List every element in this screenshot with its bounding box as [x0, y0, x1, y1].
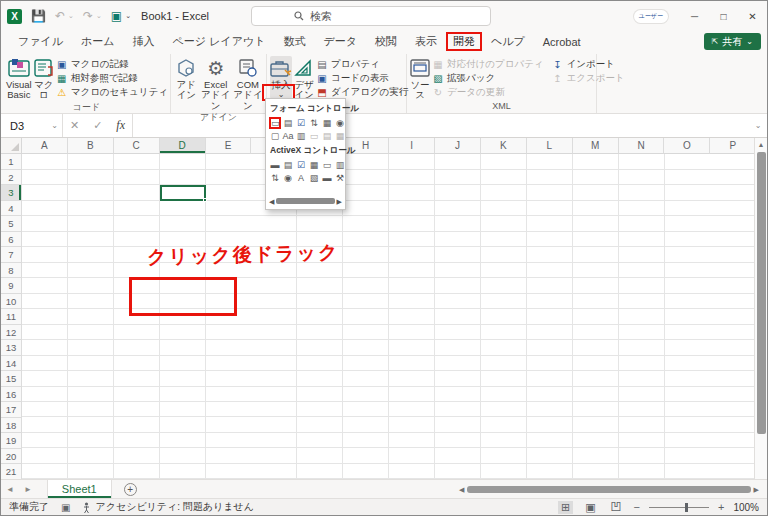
tab-ホーム[interactable]: ホーム	[72, 32, 124, 51]
import-button[interactable]: ↧ インポート	[552, 58, 625, 71]
row-header-8[interactable]: 8	[1, 263, 22, 279]
label-activex-icon[interactable]: A	[295, 172, 307, 184]
insert-function-icon[interactable]: fx	[116, 118, 125, 133]
zoom-slider[interactable]	[649, 507, 709, 508]
combo-dropdown-icon[interactable]: ▦	[334, 130, 346, 142]
column-header-N[interactable]: N	[619, 138, 665, 154]
addins-button[interactable]: アドイン	[174, 56, 199, 101]
sheet-nav-left-icon[interactable]: ◄	[1, 485, 19, 494]
page-break-preview-icon[interactable]: 凹	[608, 500, 625, 515]
zoom-out-button[interactable]: −	[634, 501, 640, 513]
list-box-activex-icon[interactable]: ▦	[308, 159, 320, 171]
xml-source-button[interactable]: ソース	[410, 56, 430, 101]
visual-basic-button[interactable]: Visual Basic	[6, 56, 32, 101]
redo-caret-icon[interactable]: ⌄	[96, 12, 102, 20]
combo-list-icon[interactable]: ▤	[321, 130, 333, 142]
row-header-13[interactable]: 13	[1, 340, 22, 356]
hscroll-left-icon[interactable]: ◀	[459, 486, 464, 494]
row-header-16[interactable]: 16	[1, 387, 22, 403]
text-box-icon[interactable]: ▭	[321, 159, 333, 171]
tab-ページ レイアウト[interactable]: ページ レイアウト	[164, 32, 275, 51]
row-header-6[interactable]: 6	[1, 232, 22, 248]
row-header-2[interactable]: 2	[1, 170, 22, 186]
column-header-O[interactable]: O	[664, 138, 710, 154]
combo-box-icon[interactable]: ▤	[282, 117, 294, 129]
vertical-scroll-thumb[interactable]	[757, 152, 766, 434]
share-button[interactable]: ⇱ 共有 ⌄	[704, 33, 761, 50]
tab-Acrobat[interactable]: Acrobat	[534, 34, 590, 50]
column-header-L[interactable]: L	[527, 138, 573, 154]
column-header-D[interactable]: D	[160, 138, 206, 154]
cancel-entry-icon[interactable]: ✕	[70, 119, 79, 132]
maximize-button[interactable]: □	[709, 1, 738, 31]
sheet-tab-sheet1[interactable]: Sheet1	[47, 480, 112, 498]
row-header-17[interactable]: 17	[1, 402, 22, 418]
column-header-C[interactable]: C	[114, 138, 160, 154]
button-form-control-icon[interactable]: ▭	[269, 117, 281, 129]
spin-button-icon[interactable]: ⇅	[308, 117, 320, 129]
row-header-20[interactable]: 20	[1, 449, 22, 465]
row-header-5[interactable]: 5	[1, 216, 22, 232]
check-box-activex-icon[interactable]: ☑	[295, 159, 307, 171]
excel-addins-button[interactable]: ⚙ Excel アドイン	[201, 56, 231, 111]
save-icon[interactable]: 💾	[31, 10, 46, 22]
grid-cells[interactable]: クリック後ドラック	[22, 154, 767, 479]
label-icon[interactable]: Aa	[282, 130, 294, 142]
scroll-up-icon[interactable]: ▲	[758, 138, 765, 152]
properties-button[interactable]: ▤ プロパティ	[316, 58, 408, 71]
page-layout-view-icon[interactable]: ▣	[582, 501, 598, 514]
dropdown-scroll-right-icon[interactable]: ▶	[337, 198, 342, 205]
confirm-entry-icon[interactable]: ✓	[93, 119, 102, 132]
tab-開発[interactable]: 開発	[446, 32, 482, 51]
undo-icon[interactable]: ↶	[55, 10, 65, 22]
vertical-scrollbar[interactable]: ▲	[754, 138, 767, 479]
option-button-activex-icon[interactable]: ◉	[282, 172, 294, 184]
horizontal-scroll-thumb[interactable]	[467, 486, 750, 493]
column-header-P[interactable]: P	[710, 138, 756, 154]
option-button-icon[interactable]: ◉	[334, 117, 346, 129]
group-box-icon[interactable]: ▢	[269, 130, 281, 142]
command-button-icon[interactable]: ▬	[269, 159, 281, 171]
relative-references-button[interactable]: ▦ 相対参照で記録	[56, 72, 168, 85]
spin-button-activex-icon[interactable]: ⇅	[269, 172, 281, 184]
zoom-in-button[interactable]: +	[718, 501, 724, 513]
row-header-14[interactable]: 14	[1, 356, 22, 372]
new-sheet-button[interactable]: +	[124, 483, 137, 496]
tab-校閲[interactable]: 校閲	[366, 32, 406, 51]
list-box-icon[interactable]: ▦	[321, 117, 333, 129]
column-headers[interactable]: ABCDEFGHIJKLMNOP	[1, 138, 767, 154]
dropdown-scrollbar[interactable]: ◀ ▶	[269, 196, 342, 206]
select-all-corner[interactable]	[1, 138, 22, 154]
dropdown-scroll-thumb[interactable]	[276, 198, 334, 204]
column-header-I[interactable]: I	[389, 138, 435, 154]
view-code-button[interactable]: ▣ コードの表示	[316, 72, 408, 85]
row-header-7[interactable]: 7	[1, 247, 22, 263]
fill-handle[interactable]	[203, 198, 207, 202]
column-header-J[interactable]: J	[435, 138, 481, 154]
close-button[interactable]: ✕	[738, 1, 767, 31]
minimize-button[interactable]: ─	[680, 1, 709, 31]
column-header-B[interactable]: B	[68, 138, 114, 154]
image-icon[interactable]: ▧	[308, 172, 320, 184]
excel-app-icon[interactable]: X	[7, 9, 22, 24]
row-header-4[interactable]: 4	[1, 201, 22, 217]
row-header-15[interactable]: 15	[1, 371, 22, 387]
column-header-K[interactable]: K	[481, 138, 527, 154]
row-header-10[interactable]: 10	[1, 294, 22, 310]
com-addins-button[interactable]: COM アドイン	[233, 56, 263, 111]
macro-record-status-icon[interactable]: ▣	[61, 502, 70, 513]
name-box[interactable]: D3 ⌄	[1, 114, 63, 137]
redo-icon[interactable]: ↷	[83, 10, 93, 22]
tab-表示[interactable]: 表示	[406, 32, 446, 51]
row-header-18[interactable]: 18	[1, 418, 22, 434]
qat-customize-icon[interactable]: ⌄	[125, 12, 131, 20]
record-macro-button[interactable]: ▣ マクロの記録	[56, 58, 168, 71]
tab-データ[interactable]: データ	[314, 32, 366, 51]
row-header-12[interactable]: 12	[1, 325, 22, 341]
tab-ヘルプ[interactable]: ヘルプ	[482, 32, 534, 51]
macro-security-button[interactable]: ⚠ マクロのセキュリティ	[56, 86, 168, 99]
column-header-E[interactable]: E	[206, 138, 252, 154]
user-badge[interactable]: ユーザー	[634, 10, 668, 23]
row-header-21[interactable]: 21	[1, 464, 22, 479]
zoom-slider-thumb[interactable]	[685, 503, 688, 512]
